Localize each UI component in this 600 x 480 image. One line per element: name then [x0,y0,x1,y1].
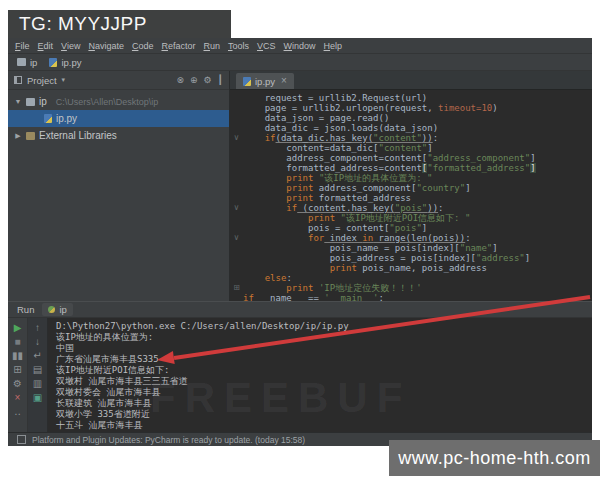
event-log-icon[interactable] [17,435,26,444]
menu-code[interactable]: Code [128,41,158,51]
menu-help[interactable]: Help [320,41,347,51]
close-icon[interactable]: × [15,392,21,403]
tree-item-label: ip [39,96,47,107]
editor-tabbar: ip.py × [230,71,592,90]
menu-window[interactable]: Window [280,41,320,51]
run-tab-ip[interactable]: ip [42,303,72,316]
pause-output-icon[interactable]: ▮▮ [12,350,23,361]
fold-marker-icon [230,123,243,133]
fold-marker-icon[interactable]: ⊞ [230,283,243,293]
tg-badge: TG: MYYJJPP [8,10,231,38]
project-panel-title[interactable]: Project ▾ [14,75,65,86]
code-line[interactable]: ∨ if (content.has_key("pois")): [230,203,592,213]
breadcrumb-file[interactable]: ip.py [49,57,81,68]
tree-item-ip-py[interactable]: ip.py [8,110,229,127]
hide-panel-icon[interactable]: ┃ [218,75,223,85]
console-line: D:\Python27\python.exe C:/Users/allen/De… [56,321,592,332]
project-tree: ▼ipC:\Users\Allen\Desktop\ipip.py▶Extern… [8,90,229,301]
code-line[interactable]: pois = content["pois"] [230,223,592,233]
menu-view[interactable]: View [57,41,84,51]
project-panel-toolbar: ⊗⊕⚙┃ [176,75,223,85]
console-line: 中国 [56,343,592,354]
status-text[interactable]: Platform and Plugin Updates: PyCharm is … [32,435,305,445]
folder-icon [17,58,26,66]
tree-item-external-libraries[interactable]: ▶External Libraries [8,127,229,144]
fold-marker-icon [230,243,243,253]
fold-marker-icon [230,223,243,233]
run-panel-title: Run [17,304,34,315]
menu-vcs[interactable]: VCS [253,41,280,51]
close-tab-icon[interactable]: × [281,76,287,86]
restore-layout-icon[interactable]: ⊞ [13,364,21,375]
print-icon[interactable]: ▥ [33,378,42,389]
code-line[interactable]: formatted_address=content["formatted_add… [230,163,592,173]
fold-marker-icon [230,193,243,203]
menu-run[interactable]: Run [199,41,224,51]
code-line[interactable]: ∨ for index in range(len(pois)): [230,233,592,243]
stop-icon[interactable]: ■ [14,336,20,347]
code-line[interactable]: if __name__ == '__main__': [230,293,592,301]
menu-refactor[interactable]: Refactor [157,41,199,51]
console-line: 广东省汕尾市海丰县S335 [56,354,592,365]
fold-marker-icon[interactable]: ∨ [230,133,243,143]
code-line[interactable]: print address_component["country"] [230,183,592,193]
code-line[interactable]: page = urllib2.urlopen(request, timeout=… [230,103,592,113]
editor: ip.py × request = urllib2.Request(url) p… [230,71,592,301]
up-stack-trace-icon[interactable]: ↑ [35,322,40,333]
fold-marker-icon [230,143,243,153]
run-panel-header: Run ip [8,302,592,318]
fold-marker-icon [230,103,243,113]
tree-item-ip[interactable]: ▼ipC:\Users\Allen\Desktop\ip [8,93,229,110]
menu-navigate[interactable]: Navigate [84,41,128,51]
code-line[interactable]: request = urllib2.Request(url) [230,93,592,103]
code-line[interactable]: ⊞ print 'IP地址定位失败！！！' [230,283,592,293]
run-config-icon [48,306,55,313]
fold-marker-icon [230,213,243,223]
breadcrumb-project[interactable]: ip [17,57,37,68]
fold-marker-icon [230,263,243,273]
menu-edit[interactable]: Edit [34,41,58,51]
editor-tab-ip-py[interactable]: ip.py × [236,73,294,89]
fold-marker-icon [230,293,243,301]
fold-marker-icon [230,183,243,193]
code-line[interactable]: data_json = page.read() [230,113,592,123]
code-line[interactable]: print formatted_address [230,193,592,203]
code-line[interactable]: print "该IP地址的具体位置为: " [230,173,592,183]
panel-settings-icon[interactable]: ⚙ [204,75,212,85]
locate-file-icon[interactable]: ⊕ [190,75,198,85]
editor-tab-label: ip.py [255,76,275,87]
code-line[interactable]: data_dic = json.loads(data_json) [230,123,592,133]
soft-wrap-icon[interactable]: ↵ [33,350,41,361]
more-icon[interactable]: ‥ [14,406,21,417]
code-line[interactable]: print pois_name, pois_address [230,263,592,273]
code-line[interactable]: pois_name = pois[index]["name"] [230,243,592,253]
folder-icon [26,98,35,106]
code-line[interactable]: address_component=content["address_compo… [230,153,592,163]
scroll-to-end-icon[interactable]: ▤ [33,364,42,375]
project-tool-icon [14,76,22,84]
python-file-icon [49,58,57,67]
run-toolbar-main: ▶■▮▮⊞⚙×‥ [8,318,28,432]
code-line[interactable]: print "该IP地址附近POI信息如下: " [230,213,592,223]
down-stack-trace-icon[interactable]: ↓ [35,336,40,347]
menu-file[interactable]: File [11,41,34,51]
code-line[interactable]: pois_address = pois[index]["address"] [230,253,592,263]
main-area: Project ▾ ⊗⊕⚙┃ ▼ipC:\Users\Allen\Desktop… [8,71,592,301]
page: TG: MYYJJPP FileEditViewNavigateCodeRefa… [0,0,600,480]
run-settings-icon[interactable]: ⚙ [13,378,22,389]
code-editor[interactable]: request = urllib2.Request(url) page = ur… [230,90,592,301]
tree-arrow-icon: ▼ [14,98,22,105]
menu-tools[interactable]: Tools [224,41,253,51]
rerun-icon[interactable]: ▶ [14,322,22,333]
run-toolbar-console: ↑↓↵▤▥▣ [28,318,48,432]
fold-marker-icon[interactable]: ∨ [230,233,243,243]
breadcrumb: ip ip.py [8,54,592,71]
clear-all-icon[interactable]: ▣ [33,392,42,403]
code-line[interactable]: else: [230,273,592,283]
code-line[interactable]: content=data_dic["content"] [230,143,592,153]
code-line[interactable]: ∨ if(data_dic.has_key("content")): [230,133,592,143]
fold-marker-icon[interactable]: ∨ [230,203,243,213]
lib-icon [26,132,35,140]
collapse-all-icon[interactable]: ⊗ [176,75,184,85]
pyfile-icon [44,114,52,123]
